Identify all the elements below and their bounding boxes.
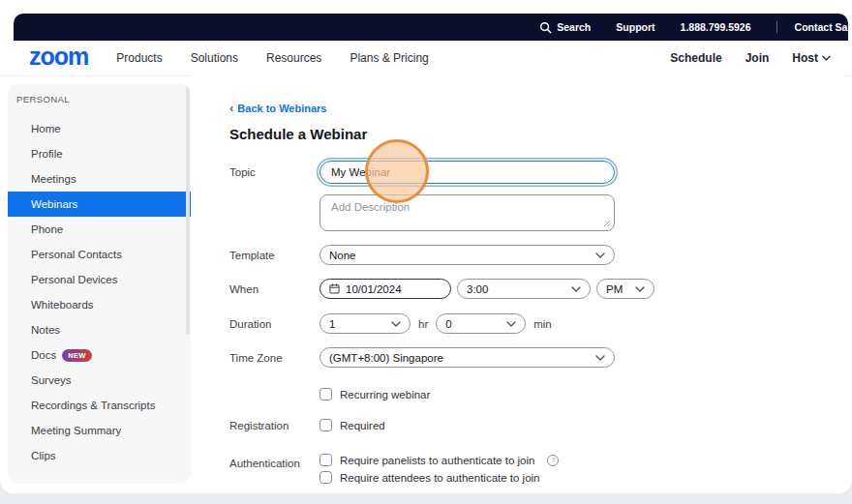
chevron-down-icon [595,252,605,258]
top-utility-bar: Search Support 1.888.799.5926 Contact Sa… [14,14,848,41]
help-icon[interactable]: ? [547,455,559,466]
date-input[interactable]: 10/01/2024 [320,279,451,299]
auth-attendees-checkbox[interactable] [320,471,332,484]
registration-label: Registration [229,420,320,431]
contact-sales-link[interactable]: Contact Sales [795,21,848,33]
duration-row: Duration 1 hr 0 min [229,313,560,334]
sidebar-item-label: Profile [31,148,63,160]
duration-hours-select[interactable]: 1 [320,313,411,334]
sidebar-item-recordings-transcripts[interactable]: Recordings & Transcripts [8,393,191,418]
hours-unit-label: hr [418,318,428,330]
authentication-row: Authentication Require panelists to auth… [229,454,559,484]
topic-input[interactable] [320,161,615,184]
resize-handle-icon[interactable] [603,220,611,227]
recurring-checkbox[interactable] [320,388,332,400]
chevron-down-icon [571,286,581,292]
when-label: When [229,283,320,295]
timezone-row: Time Zone (GMT+8:00) Singapore [229,347,615,368]
sidebar-item-personal-devices[interactable]: Personal Devices [8,267,191,292]
schedule-link[interactable]: Schedule [670,51,721,65]
nav-links: Products Solutions Resources Plans & Pri… [116,51,428,65]
calendar-icon [329,283,340,294]
support-link[interactable]: Support [616,21,654,33]
sidebar-item-home[interactable]: Home [8,116,191,141]
registration-required-label: Required [340,420,385,431]
template-select[interactable]: None [320,245,615,265]
sidebar-item-label: Recordings & Transcripts [31,400,155,411]
page-card: Search Support 1.888.799.5926 Contact Sa… [0,0,852,493]
chevron-left-icon: ‹ [229,102,233,114]
nav-link-plans-pricing[interactable]: Plans & Pricing [350,51,428,65]
sidebar-item-webinars[interactable]: Webinars [8,192,191,217]
topbar-divider [776,21,777,33]
registration-row: Registration Required [229,419,385,431]
host-menu[interactable]: Host [792,51,831,65]
when-row: When 10/01/2024 3:00 PM [229,279,654,299]
new-badge: NEW [62,349,91,362]
sidebar-list: HomeProfileMeetingsWebinarsPhonePersonal… [8,116,191,468]
auth-attendees-label: Require attendees to authenticate to joi… [340,472,540,484]
sidebar-item-label: Clips [31,450,56,461]
sidebar-item-personal-contacts[interactable]: Personal Contacts [8,242,191,267]
sidebar-item-whiteboards[interactable]: Whiteboards [8,292,191,317]
minutes-unit-label: min [533,318,552,330]
auth-panelists-checkbox[interactable] [320,454,332,466]
description-textarea[interactable]: Add Description [320,194,615,231]
sidebar-item-meeting-summary[interactable]: Meeting Summary [8,418,191,443]
template-label: Template [229,250,320,261]
chevron-down-icon [391,321,401,327]
topic-label: Topic [229,166,320,178]
chevron-down-icon [595,355,605,361]
sidebar-item-docs[interactable]: DocsNEW [8,342,191,368]
chevron-down-icon [822,55,831,61]
sidebar-item-phone[interactable]: Phone [8,217,191,242]
nav-link-solutions[interactable]: Solutions [191,51,238,65]
timezone-label: Time Zone [229,352,320,364]
nav-link-resources[interactable]: Resources [266,51,321,65]
chevron-down-icon [635,286,645,292]
sidebar-item-profile[interactable]: Profile [8,141,191,166]
sidebar-item-label: Meetings [31,173,76,185]
registration-required-checkbox[interactable] [320,419,332,431]
duration-label: Duration [229,318,320,330]
sidebar-item-notes[interactable]: Notes [8,317,191,342]
recurring-row: Recurring webinar [229,388,430,400]
meridiem-select[interactable]: PM [596,279,654,299]
sidebar-item-clips[interactable]: Clips [8,443,191,468]
back-to-webinars-link[interactable]: ‹ Back to Webinars [229,102,326,114]
page-title: Schedule a Webinar [229,126,367,142]
search-button[interactable]: Search [539,21,591,34]
sidebar-item-label: Notes [31,324,60,336]
sidebar-item-label: Whiteboards [31,299,94,311]
phone-number-link[interactable]: 1.888.799.5926 [681,21,751,33]
timezone-select[interactable]: (GMT+8:00) Singapore [320,347,615,368]
nav-actions: Schedule Join Host [670,51,831,65]
authentication-label: Authentication [229,454,320,469]
sidebar-item-surveys[interactable]: Surveys [8,368,191,393]
sidebar-item-meetings[interactable]: Meetings [8,166,191,192]
template-row: Template None [229,245,615,265]
search-icon [539,21,552,34]
search-label: Search [557,21,591,33]
duration-minutes-select[interactable]: 0 [436,313,526,334]
sidebar-item-label: Docs [31,349,56,361]
recurring-label: Recurring webinar [340,389,430,400]
description-row: Add Description [229,194,615,231]
chevron-down-icon [506,321,516,327]
time-select[interactable]: 3:00 [457,279,591,299]
sidebar-item-label: Home [31,123,61,134]
sidebar-section-personal: PERSONAL [8,92,191,107]
sidebar-item-label: Meeting Summary [31,425,121,436]
nav-link-products[interactable]: Products [116,51,162,65]
join-link[interactable]: Join [746,51,770,65]
sidebar-item-label: Phone [31,223,63,235]
zoom-logo[interactable]: zoom [29,44,88,72]
sidebar-item-label: Webinars [31,198,77,210]
sidebar-item-label: Surveys [31,374,72,386]
sidebar: PERSONAL HomeProfileMeetingsWebinarsPhon… [8,83,191,484]
main-navbar: zoom Products Solutions Resources Plans … [0,41,852,76]
sidebar-item-label: Personal Contacts [31,249,122,260]
click-annotation-circle [365,139,429,203]
main-content: ‹ Back to Webinars Schedule a Webinar To… [191,75,844,493]
sidebar-scrollbar[interactable] [186,83,190,335]
